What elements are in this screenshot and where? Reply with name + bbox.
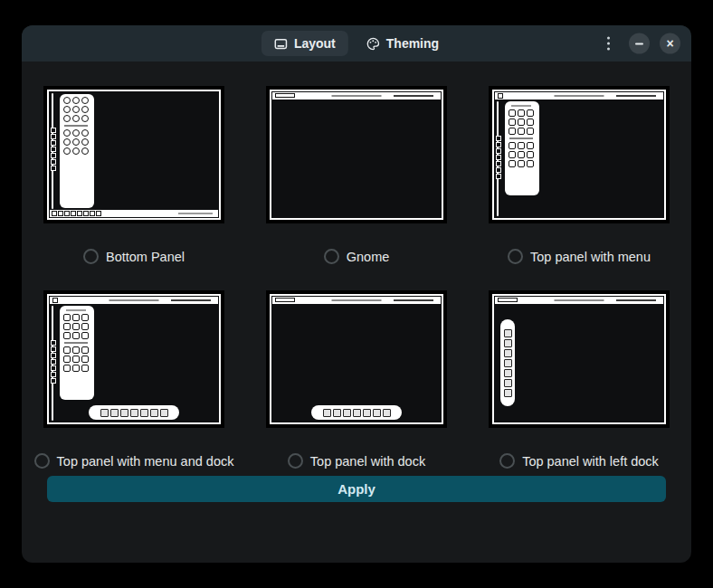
thumbnail-screen: [492, 294, 666, 424]
layout-option-radio[interactable]: [288, 453, 303, 469]
close-icon: ×: [666, 37, 673, 50]
menu-app-dot: [72, 115, 80, 122]
menu-app-dot: [63, 314, 71, 321]
layout-option: Top panel with dock: [266, 290, 447, 470]
thumb-strip-squares: [51, 340, 56, 384]
layout-option: Top panel with menu and dock: [43, 290, 224, 470]
layout-option-label[interactable]: Top panel with left dock: [522, 454, 659, 469]
kebab-dot: [607, 43, 610, 45]
dock-square: [100, 409, 109, 417]
strip-square: [496, 174, 501, 179]
thumb-strip-squares: [51, 128, 56, 171]
strip-square: [51, 372, 56, 377]
menu-app-dot: [63, 106, 71, 113]
dock-square: [160, 409, 168, 417]
menu-app-dot: [72, 365, 80, 372]
menu-app-dot: [81, 147, 89, 155]
thumbnail-screen: [492, 90, 666, 220]
layout-option-label[interactable]: Top panel with menu and dock: [57, 454, 234, 469]
layout-option-label[interactable]: Gnome: [347, 250, 390, 264]
menu-app-dot: [72, 97, 80, 104]
apply-button[interactable]: Apply: [47, 476, 666, 502]
dock-square: [363, 409, 371, 417]
layout-thumbnail[interactable]: [489, 86, 670, 223]
strip-square: [51, 378, 56, 384]
menu-app-dot: [527, 142, 534, 149]
layout-option-radio[interactable]: [499, 453, 515, 469]
menu-app-dot: [509, 109, 516, 117]
menu-app-dot: [81, 323, 89, 330]
view-switcher: Layout Theming: [261, 31, 452, 56]
thumb-taskbar-squares: [52, 211, 101, 216]
thumb-top-panel: [272, 92, 441, 100]
strip-square: [496, 142, 501, 147]
layout-option-row: Top panel with menu and dock: [43, 451, 224, 470]
thumb-activities-rect: [498, 298, 518, 302]
layout-thumbnail[interactable]: [489, 290, 670, 428]
layout-thumbnail[interactable]: [43, 290, 224, 428]
strip-square: [51, 147, 56, 152]
dock-square: [504, 379, 512, 387]
palette-icon: [366, 37, 380, 51]
menu-app-dot: [527, 128, 534, 135]
menu-app-dot: [81, 332, 89, 339]
thumbnail-screen: [270, 90, 443, 220]
layout-option-row: Top panel with left dock: [489, 451, 670, 470]
menu-app-dot: [81, 138, 89, 146]
dock-square: [383, 409, 391, 417]
dock-square: [333, 409, 341, 417]
menu-app-dot: [509, 128, 516, 135]
menu-app-dot: [518, 128, 525, 135]
menu-app-dot: [63, 323, 71, 330]
thumb-menu-grid: [63, 129, 90, 155]
dock-square: [353, 409, 361, 417]
layout-option-radio[interactable]: [508, 249, 523, 264]
close-button[interactable]: ×: [660, 33, 680, 54]
tab-theming[interactable]: Theming: [354, 31, 452, 56]
tab-label: Layout: [294, 36, 336, 51]
layout-switcher-window: Layout Theming ×: [22, 25, 691, 563]
layout-thumbnail[interactable]: [266, 86, 447, 223]
layout-thumbnail[interactable]: [43, 86, 224, 223]
strip-square: [496, 155, 501, 160]
menu-app-dot: [81, 356, 89, 363]
menu-app-dot: [509, 160, 516, 167]
tab-layout[interactable]: Layout: [261, 31, 348, 56]
thumb-menu-search-line: [511, 105, 531, 107]
thumb-menu-divider: [509, 138, 533, 139]
menu-app-dot: [72, 129, 80, 137]
menu-app-dot: [72, 314, 80, 321]
menu-app-dot: [509, 142, 516, 149]
taskbar-square: [77, 211, 82, 216]
dock-square: [150, 409, 158, 417]
taskbar-square: [96, 211, 101, 216]
minimize-button[interactable]: [629, 33, 650, 54]
menu-app-dot: [63, 97, 71, 104]
layout-option-radio[interactable]: [324, 249, 339, 264]
thumb-top-panel: [50, 297, 218, 304]
menu-app-dot: [518, 160, 525, 167]
thumb-menu-square: [498, 93, 503, 99]
menu-app-dot: [518, 151, 525, 158]
thumb-menu-grid: [63, 97, 90, 122]
thumb-clock-line: [332, 299, 382, 301]
layout-option-label[interactable]: Top panel with menu: [530, 250, 651, 264]
display-icon: [274, 37, 288, 51]
thumb-indicators-line: [616, 95, 656, 97]
menu-app-dot: [63, 147, 71, 155]
thumb-left-strip: [496, 101, 503, 216]
layout-option-label[interactable]: Bottom Panel: [106, 250, 185, 264]
layout-option-radio[interactable]: [34, 453, 50, 469]
thumbnail-screen: [270, 294, 443, 424]
layout-option-label[interactable]: Top panel with dock: [310, 454, 425, 469]
minimize-icon: [635, 43, 643, 44]
kebab-menu-icon[interactable]: [602, 33, 615, 54]
thumb-app-menu: [60, 306, 94, 400]
layout-option-radio[interactable]: [83, 249, 99, 264]
menu-app-dot: [72, 147, 80, 155]
taskbar-square: [83, 211, 89, 216]
menu-app-dot: [81, 314, 89, 321]
layout-thumbnail[interactable]: [266, 290, 447, 428]
thumb-menu-square: [52, 298, 58, 303]
thumb-bottom-dock: [89, 405, 179, 420]
